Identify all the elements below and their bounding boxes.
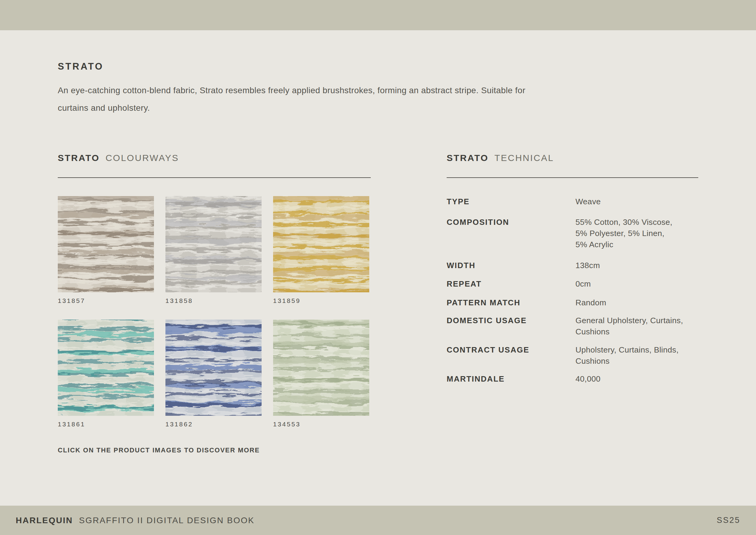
product-swatch-image[interactable] <box>58 320 154 416</box>
product-swatch-image[interactable] <box>273 320 369 416</box>
swatch-code: 131862 <box>165 421 261 428</box>
product-swatch-image[interactable] <box>165 320 261 416</box>
technical-heading-suffix: TECHNICAL <box>495 153 554 163</box>
technical-value: 55% Cotton, 30% Viscose, 5% Polyester, 5… <box>576 217 672 250</box>
colourways-divider <box>58 177 371 178</box>
footer-brand: HARLEQUIN <box>16 516 73 525</box>
footer-title: HARLEQUIN SGRAFFITO II DIGITAL DESIGN BO… <box>16 516 255 525</box>
technical-row: DOMESTIC USAGE General Upholstery, Curta… <box>446 315 713 337</box>
technical-row: CONTRACT USAGE Upholstery, Curtains, Bli… <box>446 344 713 367</box>
colourways-heading-product: STRATO <box>58 153 100 163</box>
product-swatch-image[interactable] <box>165 196 261 292</box>
technical-label: DOMESTIC USAGE <box>446 315 576 326</box>
technical-value: 0cm <box>576 278 591 290</box>
technical-row: COMPOSITION 55% Cotton, 30% Viscose, 5% … <box>446 217 713 250</box>
technical-row: WIDTH 138cm <box>446 260 713 271</box>
product-swatch-image[interactable] <box>273 196 369 292</box>
swatch-cell: 131859 <box>273 196 369 304</box>
product-description: An eye-catching cotton-blend fabric, Str… <box>58 82 650 117</box>
fabric-texture <box>273 320 369 416</box>
fabric-texture <box>273 196 369 292</box>
swatch-code: 131857 <box>58 297 154 304</box>
technical-heading: STRATO TECHNICAL <box>446 153 554 163</box>
swatch-cell: 134553 <box>273 320 369 428</box>
swatch-code: 131859 <box>273 297 369 304</box>
fabric-texture <box>58 320 154 416</box>
fabric-texture <box>58 196 154 292</box>
cta-text: CLICK ON THE PRODUCT IMAGES TO DISCOVER … <box>58 447 260 454</box>
technical-heading-product: STRATO <box>446 153 489 163</box>
technical-value: 138cm <box>576 260 600 271</box>
swatch-code: 131861 <box>58 421 154 428</box>
technical-value: Upholstery, Curtains, Blinds, Cushions <box>576 344 679 367</box>
technical-label: WIDTH <box>446 260 576 271</box>
fabric-texture <box>165 320 261 416</box>
technical-row: MARTINDALE 40,000 <box>446 373 713 384</box>
technical-label: CONTRACT USAGE <box>446 344 576 355</box>
technical-divider <box>446 177 698 178</box>
technical-row: TYPE Weave <box>446 196 713 207</box>
footer-book-title: SGRAFFITO II DIGITAL DESIGN BOOK <box>79 516 254 525</box>
colourways-heading: STRATO COLOURWAYS <box>58 153 179 163</box>
technical-row: REPEAT 0cm <box>446 278 713 290</box>
product-title: STRATO <box>58 61 104 72</box>
technical-value: Random <box>576 297 606 308</box>
swatch-cell: 131862 <box>165 320 261 428</box>
swatch-cell: 131861 <box>58 320 154 428</box>
technical-value: 40,000 <box>576 373 601 384</box>
technical-label: TYPE <box>446 196 576 207</box>
technical-table: TYPE Weave COMPOSITION 55% Cotton, 30% V… <box>446 196 713 384</box>
product-swatch-image[interactable] <box>58 196 154 292</box>
fabric-texture <box>165 196 261 292</box>
technical-value: General Upholstery, Curtains, Cushions <box>576 315 683 337</box>
footer-band: HARLEQUIN SGRAFFITO II DIGITAL DESIGN BO… <box>0 506 756 535</box>
technical-label: COMPOSITION <box>446 217 576 228</box>
swatch-code: 134553 <box>273 421 369 428</box>
description-line: curtains and upholstery. <box>58 99 650 117</box>
technical-label: REPEAT <box>446 278 576 290</box>
technical-row: PATTERN MATCH Random <box>446 297 713 308</box>
top-band <box>0 0 756 30</box>
technical-label: MARTINDALE <box>446 373 576 384</box>
page-root: STRATO An eye-catching cotton-blend fabr… <box>0 0 756 535</box>
swatch-grid: 131857 131858 131859 131861 <box>58 196 369 428</box>
technical-label: PATTERN MATCH <box>446 297 576 308</box>
description-line: An eye-catching cotton-blend fabric, Str… <box>58 82 650 99</box>
swatch-code: 131858 <box>165 297 261 304</box>
technical-value: Weave <box>576 196 601 207</box>
colourways-heading-suffix: COLOURWAYS <box>106 153 179 163</box>
footer-season: SS25 <box>717 516 740 525</box>
swatch-cell: 131857 <box>58 196 154 304</box>
swatch-cell: 131858 <box>165 196 261 304</box>
